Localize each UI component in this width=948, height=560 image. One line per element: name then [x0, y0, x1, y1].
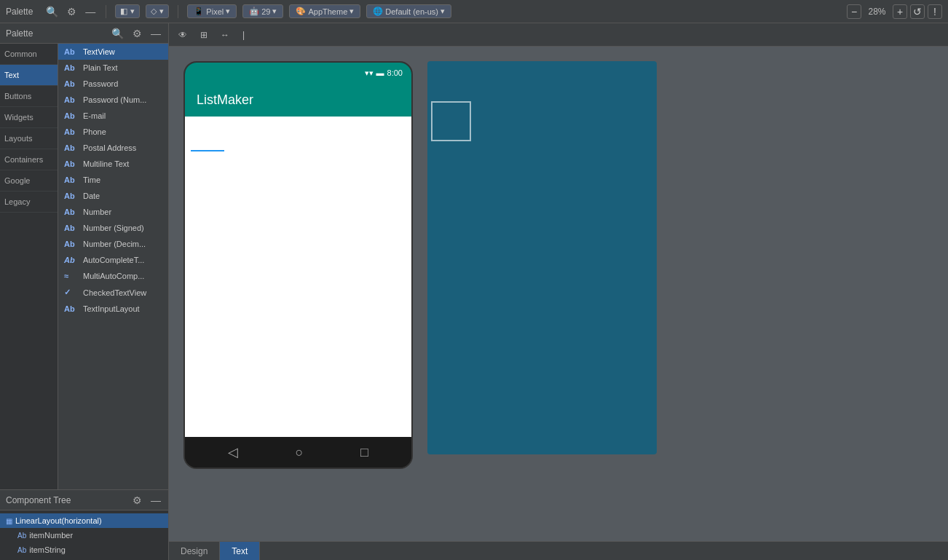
- apptheme-chevron: ▾: [349, 7, 354, 16]
- widget-email[interactable]: Ab E-mail: [58, 108, 168, 124]
- sidebar-item-buttons[interactable]: Buttons: [0, 86, 58, 107]
- ab-icon-multiline: Ab: [64, 159, 79, 168]
- itemnumber-icon: Ab: [17, 532, 26, 540]
- canvas-area[interactable]: ▾▾ ▬ 8:00 ListMaker ◁ ○: [169, 47, 948, 541]
- palette-content: Common Text Buttons Widgets Layouts Cont…: [0, 44, 168, 489]
- ab-icon-postal: Ab: [64, 143, 79, 152]
- tilde-icon-multiauto: ≈: [64, 272, 79, 280]
- theme-dropdown[interactable]: ◇ ▾: [146, 4, 169, 18]
- widget-phone[interactable]: Ab Phone: [58, 124, 168, 140]
- widget-passwordnum-label: Password (Num...: [83, 95, 146, 104]
- component-tree-title: Component Tree: [6, 495, 125, 505]
- zoom-in-button[interactable]: +: [893, 4, 907, 19]
- component-tree-settings-button[interactable]: ⚙: [131, 493, 143, 508]
- widget-password[interactable]: Ab Password: [58, 76, 168, 92]
- tree-item-linearlayout[interactable]: ▦ LinearLayout(horizontal): [0, 513, 168, 528]
- grid-button[interactable]: ⊞: [197, 28, 211, 42]
- api-chevron: ▾: [272, 7, 277, 16]
- widget-multiauto[interactable]: ≈ MultiAutoComp...: [58, 268, 168, 284]
- vertical-button[interactable]: |: [239, 28, 248, 42]
- palette-search-button[interactable]: 🔍: [110, 26, 125, 41]
- warn-button[interactable]: !: [928, 4, 942, 19]
- widget-multiline[interactable]: Ab Multiline Text: [58, 156, 168, 172]
- palette-settings-button[interactable]: ⚙: [131, 26, 143, 41]
- api-label: 29: [261, 7, 270, 16]
- separator-2: [178, 5, 178, 18]
- minimize-button[interactable]: —: [84, 4, 97, 19]
- theme-selector[interactable]: 🎨 AppTheme ▾: [289, 4, 360, 18]
- device-dropdown[interactable]: 📱 Pixel ▾: [187, 4, 237, 18]
- ab-icon-numbersigned: Ab: [64, 224, 79, 232]
- widget-textinputlayout[interactable]: Ab TextInputLayout: [58, 301, 168, 317]
- check-icon-checkedtextview: ✓: [64, 288, 79, 297]
- sidebar-item-containers[interactable]: Containers: [0, 149, 58, 170]
- widget-time[interactable]: Ab Time: [58, 172, 168, 188]
- ab-icon-numberdecim: Ab: [64, 240, 79, 248]
- ab-icon-password: Ab: [64, 79, 79, 88]
- blueprint-box: [431, 101, 471, 141]
- zoom-out-button[interactable]: −: [847, 4, 861, 19]
- widget-autocomplete[interactable]: Ab AutoCompleteT...: [58, 252, 168, 268]
- recent-nav-icon[interactable]: □: [360, 445, 368, 460]
- ab-icon-email: Ab: [64, 111, 79, 120]
- left-panel: Palette 🔍 ⚙ — Common Text Buttons Widget…: [0, 23, 169, 560]
- sidebar-item-widgets[interactable]: Widgets: [0, 107, 58, 128]
- ab-icon-phone: Ab: [64, 127, 79, 136]
- widget-numbersigned[interactable]: Ab Number (Signed): [58, 220, 168, 236]
- widget-plaintext[interactable]: Ab Plain Text: [58, 60, 168, 76]
- component-tree-header: Component Tree ⚙ —: [0, 490, 168, 510]
- component-tree-minimize-button[interactable]: —: [149, 493, 162, 508]
- zoom-controls: − 28% + ↺ !: [847, 4, 942, 19]
- sidebar-item-text[interactable]: Text: [0, 65, 58, 86]
- locale-icon: 🌐: [373, 7, 383, 16]
- eye-button[interactable]: 👁: [175, 28, 191, 42]
- wifi-icon: ▾▾: [365, 68, 374, 78]
- widget-postal[interactable]: Ab Postal Address: [58, 140, 168, 156]
- locale-selector[interactable]: 🌐 Default (en-us) ▾: [366, 4, 451, 18]
- sidebar-item-legacy[interactable]: Legacy: [0, 192, 58, 213]
- sidebar-item-layouts[interactable]: Layouts: [0, 128, 58, 149]
- layers-dropdown[interactable]: ◧ ▾: [115, 4, 140, 18]
- settings-button[interactable]: ⚙: [66, 4, 78, 19]
- phone-status-bar: ▾▾ ▬ 8:00: [185, 63, 411, 83]
- tree-item-itemstring[interactable]: Ab itemString: [0, 543, 168, 557]
- widget-multiauto-label: MultiAutoComp...: [83, 272, 144, 280]
- tab-design[interactable]: Design: [169, 542, 220, 560]
- home-nav-icon[interactable]: ○: [296, 445, 304, 460]
- itemnumber-label: itemNumber: [29, 531, 73, 540]
- api-dropdown[interactable]: 🤖 29 ▾: [242, 4, 283, 18]
- widget-numberdecim[interactable]: Ab Number (Decim...: [58, 236, 168, 252]
- search-button[interactable]: 🔍: [44, 4, 60, 19]
- widget-postal-label: Postal Address: [83, 143, 136, 152]
- widget-checkedtextview[interactable]: ✓ CheckedTextView: [58, 284, 168, 301]
- palette-minimize-button[interactable]: —: [149, 26, 162, 41]
- sidebar-item-common[interactable]: Common: [0, 44, 58, 65]
- tab-text-label: Text: [232, 546, 248, 556]
- widget-textview[interactable]: Ab TextView: [58, 44, 168, 60]
- widget-textinputlayout-label: TextInputLayout: [83, 304, 140, 313]
- back-nav-icon[interactable]: ◁: [228, 444, 238, 460]
- widget-passwordnum[interactable]: Ab Password (Num...: [58, 92, 168, 108]
- ab-icon-passwordnum: Ab: [64, 95, 79, 104]
- widget-textview-label: TextView: [83, 47, 115, 56]
- battery-icon: ▬: [376, 68, 384, 77]
- widget-time-label: Time: [83, 176, 100, 184]
- ab-icon-time: Ab: [64, 176, 79, 184]
- zoom-reset-button[interactable]: ↺: [910, 4, 925, 19]
- tab-text[interactable]: Text: [220, 542, 260, 560]
- ab-icon-plaintext: Ab: [64, 63, 79, 72]
- locale-label: Default (en-us): [385, 7, 438, 16]
- top-toolbar: Palette 🔍 ⚙ — ◧ ▾ ◇ ▾ 📱 Pixel ▾ 🤖 29 ▾ 🎨…: [0, 0, 948, 23]
- sidebar-item-google[interactable]: Google: [0, 170, 58, 192]
- apptheme-label: AppTheme: [308, 7, 347, 16]
- separator-1: [106, 5, 106, 18]
- device-label: Pixel: [206, 7, 224, 16]
- arrows-button[interactable]: ↔: [217, 28, 233, 42]
- widget-number[interactable]: Ab Number: [58, 204, 168, 220]
- widget-plaintext-label: Plain Text: [83, 63, 118, 72]
- widget-date[interactable]: Ab Date: [58, 188, 168, 204]
- phone-input-number[interactable]: [191, 125, 224, 151]
- app-title: ListMaker: [197, 92, 253, 108]
- tree-item-itemnumber[interactable]: Ab itemNumber: [0, 528, 168, 543]
- tab-design-label: Design: [181, 546, 208, 556]
